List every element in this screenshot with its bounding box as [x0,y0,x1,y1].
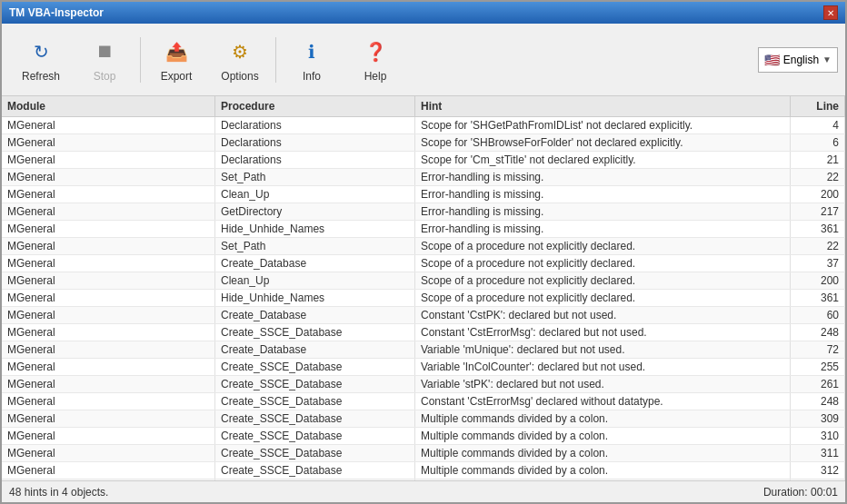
language-text: English [783,54,819,66]
cell-module: MGeneral [2,272,215,289]
cell-module: MGeneral [2,410,215,427]
cell-line: 310 [791,428,845,444]
table-row[interactable]: MGeneralCreate_SSCE_DatabaseMultiple com… [2,462,845,479]
export-button[interactable]: 📤 Export [144,29,208,91]
cell-line: 309 [791,410,845,427]
table-row[interactable]: MGeneralDeclarationsScope for 'Cm_stTitl… [2,152,845,169]
table-row[interactable]: MGeneralSet_PathError-handling is missin… [2,169,845,186]
cell-hint: Scope of a procedure not explicitly decl… [415,272,791,289]
window-title: TM VBA-Inspector [9,6,104,19]
table-row[interactable]: MGeneralDeclarationsScope for 'SHGetPath… [2,117,845,134]
table-row[interactable]: MGeneralCreate_SSCE_DatabaseMultiple com… [2,428,845,445]
cell-procedure: GetDirectory [215,203,415,220]
cell-line: 22 [791,169,845,185]
refresh-button[interactable]: ↻ Refresh [9,29,73,91]
cell-line: 37 [791,255,845,272]
toolbar-separator-2 [275,37,276,83]
cell-hint: Constant 'CstPK': declared but not used. [415,307,791,323]
cell-line: 312 [791,462,845,479]
cell-line: 217 [791,203,845,220]
cell-hint: Variable 'InColCounter': declared but no… [415,359,791,375]
table-row[interactable]: MGeneralCreate_SSCE_DatabaseConstant 'Cs… [2,324,845,341]
cell-procedure: Clean_Up [215,186,415,203]
info-button[interactable]: ℹ Info [280,29,344,91]
cell-procedure: Hide_Unhide_Names [215,290,415,306]
table-row[interactable]: MGeneralCreate_SSCE_DatabaseVariable 'st… [2,376,845,393]
table-row[interactable]: MGeneralCreate_DatabaseConstant 'CstPK':… [2,307,845,324]
table-row[interactable]: MGeneralSet_PathScope of a procedure not… [2,238,845,255]
table-row[interactable]: MGeneralHide_Unhide_NamesScope of a proc… [2,290,845,307]
stop-label: Stop [94,70,116,83]
cell-procedure: Create_SSCE_Database [215,393,415,410]
table-row[interactable]: MGeneralCreate_DatabaseScope of a proced… [2,255,845,272]
column-header-line: Line [791,96,845,116]
info-icon: ℹ [297,37,326,66]
table-row[interactable]: MGeneralClean_UpError-handling is missin… [2,186,845,203]
cell-line: 4 [791,117,845,133]
cell-line: 311 [791,445,845,461]
cell-line: 255 [791,359,845,375]
help-icon: ❓ [361,37,390,66]
status-bar: 48 hints in 4 objects. Duration: 00:01 [2,480,845,502]
cell-module: MGeneral [2,324,215,341]
cell-procedure: Create_Database [215,341,415,358]
table-row[interactable]: MGeneralCreate_DatabaseVariable 'mUnique… [2,341,845,359]
cell-procedure: Clean_Up [215,272,415,289]
cell-module: MGeneral [2,117,215,133]
cell-procedure: Set_Path [215,238,415,254]
cell-hint: Scope of a procedure not explicitly decl… [415,290,791,306]
help-label: Help [364,70,387,83]
table-row[interactable]: MGeneralCreate_SSCE_DatabaseMultiple com… [2,445,845,462]
cell-line: 60 [791,307,845,323]
help-button[interactable]: ❓ Help [344,29,407,91]
table-row[interactable]: MGeneralCreate_SSCE_DatabaseMultiple com… [2,410,845,428]
cell-procedure: Create_Database [215,255,415,272]
toolbar-separator-1 [140,37,141,83]
options-label: Options [221,70,258,83]
table-container: Module Procedure Hint Line MGeneralDecla… [2,96,845,480]
table-row[interactable]: MGeneralCreate_SSCE_DatabaseVariable 'In… [2,359,845,376]
cell-line: 6 [791,134,845,151]
table-row[interactable]: MGeneralDeclarationsScope for 'SHBrowseF… [2,134,845,152]
cell-procedure: Create_Database [215,307,415,323]
cell-hint: Scope of a procedure not explicitly decl… [415,255,791,272]
main-window: TM VBA-Inspector ✕ ↻ Refresh ⏹ Stop 📤 Ex… [0,0,847,504]
cell-hint: Error-handling is missing. [415,186,791,203]
cell-hint: Scope for 'SHBrowseForFolder' not declar… [415,134,791,151]
stop-button[interactable]: ⏹ Stop [73,29,136,91]
export-icon: 📤 [162,37,191,66]
cell-module: MGeneral [2,307,215,323]
language-flag: 🇺🇸 [764,53,780,67]
cell-hint: Variable 'mUnique': declared but not use… [415,341,791,358]
refresh-label: Refresh [22,70,60,83]
cell-line: 21 [791,152,845,168]
table-row[interactable]: MGeneralGetDirectoryError-handling is mi… [2,203,845,221]
language-selector[interactable]: 🇺🇸 English ▼ [758,47,838,73]
cell-procedure: Declarations [215,134,415,151]
cell-module: MGeneral [2,221,215,237]
cell-module: MGeneral [2,238,215,254]
cell-module: MGeneral [2,445,215,461]
cell-module: MGeneral [2,290,215,306]
cell-procedure: Create_SSCE_Database [215,428,415,444]
stop-icon: ⏹ [90,37,119,66]
cell-module: MGeneral [2,462,215,479]
table-header: Module Procedure Hint Line [2,96,845,117]
table-body[interactable]: MGeneralDeclarationsScope for 'SHGetPath… [2,117,845,480]
cell-line: 261 [791,376,845,392]
close-button[interactable]: ✕ [823,5,838,20]
cell-hint: Scope for 'Cm_stTitle' not declared expl… [415,152,791,168]
cell-module: MGeneral [2,359,215,375]
table-row[interactable]: MGeneralCreate_SSCE_DatabaseConstant 'Cs… [2,393,845,410]
table-row[interactable]: MGeneralClean_UpScope of a procedure not… [2,272,845,290]
cell-line: 72 [791,341,845,358]
cell-line: 248 [791,324,845,341]
table-row[interactable]: MGeneralHide_Unhide_NamesError-handling … [2,221,845,238]
cell-hint: Constant 'CstErrorMsg' declared without … [415,393,791,410]
cell-module: MGeneral [2,255,215,272]
options-button[interactable]: ⚙ Options [208,29,272,91]
cell-hint: Error-handling is missing. [415,203,791,220]
cell-hint: Error-handling is missing. [415,169,791,185]
cell-procedure: Declarations [215,117,415,133]
cell-procedure: Create_SSCE_Database [215,324,415,341]
